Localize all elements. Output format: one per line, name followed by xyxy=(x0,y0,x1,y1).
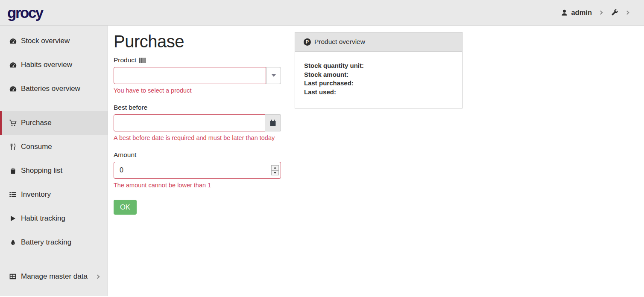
wrench-icon xyxy=(611,9,618,16)
top-navbar: grocy admin xyxy=(0,0,644,26)
last-used-label: Last used: xyxy=(304,88,453,97)
shopping-cart-icon xyxy=(9,119,17,127)
amount-label: Amount xyxy=(114,151,281,159)
user-menu-button[interactable]: admin xyxy=(561,9,605,17)
product-label: Product xyxy=(114,56,281,64)
sidebar-item-label: Shopping list xyxy=(21,166,62,175)
user-menu-label: admin xyxy=(571,9,592,17)
sidebar-item-inventory[interactable]: Inventory xyxy=(0,183,108,207)
chevron-down-icon xyxy=(272,74,276,77)
sidebar-item-label: Battery tracking xyxy=(21,238,71,247)
calendar-icon xyxy=(269,119,277,127)
triangle-down-icon xyxy=(274,172,276,174)
shopping-bag-icon xyxy=(9,167,17,175)
user-icon xyxy=(561,9,568,16)
sidebar-item-habits-overview[interactable]: Habits overview xyxy=(0,53,108,77)
amount-field-group: Amount The amount cannot be lower than 1 xyxy=(114,151,281,189)
table-icon xyxy=(9,273,17,280)
sidebar-item-consume[interactable]: Consume xyxy=(0,135,108,159)
sidebar-item-shopping-list[interactable]: Shopping list xyxy=(0,159,108,183)
last-purchased-label: Last purchased: xyxy=(304,79,453,88)
stock-quantity-unit-label: Stock quantity unit: xyxy=(304,61,453,70)
product-field-group: Product You have to select a product xyxy=(114,56,281,94)
ok-button[interactable]: OK xyxy=(114,200,137,215)
cutlery-icon xyxy=(9,143,17,151)
sidebar-item-label: Stock overview xyxy=(21,37,70,45)
product-hunt-icon xyxy=(304,38,311,46)
best-before-label: Best before xyxy=(114,104,281,111)
best-before-error-message: A best before date is required and must … xyxy=(114,134,281,141)
best-before-field-group: Best before A best before date is requir… xyxy=(114,104,281,141)
sidebar-item-label: Consume xyxy=(21,143,52,151)
calendar-button[interactable] xyxy=(265,114,281,131)
play-icon xyxy=(9,215,17,222)
triangle-up-icon xyxy=(274,167,276,169)
droplet-icon xyxy=(9,239,17,246)
sidebar-item-manage-master-data[interactable]: Manage master data xyxy=(0,265,108,288)
sidebar-item-batteries-overview[interactable]: Batteries overview xyxy=(0,77,108,101)
main-content: Purchase Product You have to select a pr… xyxy=(108,26,644,296)
stock-amount-label: Stock amount: xyxy=(304,70,453,79)
purchase-form: Purchase Product You have to select a pr… xyxy=(114,32,281,215)
user-menu: admin xyxy=(561,9,631,17)
sidebar-item-purchase[interactable]: Purchase xyxy=(0,111,108,135)
product-overview-title: Product overview xyxy=(314,38,365,46)
sidebar-item-label: Inventory xyxy=(21,190,51,199)
sidebar-item-label: Batteries overview xyxy=(21,84,80,93)
product-overview-header: Product overview xyxy=(295,32,462,52)
barcode-icon xyxy=(139,58,146,63)
sidebar-item-label: Manage master data xyxy=(21,272,88,281)
chevron-right-icon xyxy=(96,274,100,279)
sidebar-item-label: Habits overview xyxy=(21,61,72,69)
product-error-message: You have to select a product xyxy=(114,87,281,94)
sidebar-item-label: Habit tracking xyxy=(21,214,65,223)
amount-input[interactable] xyxy=(114,162,281,179)
amount-error-message: The amount cannot be lower than 1 xyxy=(114,182,281,189)
product-input[interactable] xyxy=(114,67,266,84)
sidebar-item-battery-tracking[interactable]: Battery tracking xyxy=(0,230,108,254)
settings-menu-button[interactable] xyxy=(611,9,631,16)
chevron-right-icon xyxy=(625,10,629,15)
sidebar-item-habit-tracking[interactable]: Habit tracking xyxy=(0,207,108,230)
tachometer-icon xyxy=(9,61,17,69)
sidebar-item-stock-overview[interactable]: Stock overview xyxy=(0,29,108,53)
stepper-down-button[interactable] xyxy=(272,170,278,175)
grocy-logo[interactable]: grocy xyxy=(7,5,43,20)
page-title: Purchase xyxy=(114,32,281,51)
product-overview-body: Stock quantity unit: Stock amount: Last … xyxy=(295,52,462,108)
tachometer-icon xyxy=(9,37,17,45)
product-overview-panel: Product overview Stock quantity unit: St… xyxy=(295,32,463,108)
list-icon xyxy=(9,191,17,198)
sidebar: Stock overview Habits overview Batteries… xyxy=(0,26,108,296)
chevron-right-icon xyxy=(599,10,603,15)
amount-stepper[interactable] xyxy=(271,165,279,175)
product-dropdown-button[interactable] xyxy=(266,67,281,84)
tachometer-icon xyxy=(9,85,17,93)
best-before-input[interactable] xyxy=(114,114,265,131)
sidebar-item-label: Purchase xyxy=(21,119,52,127)
stepper-up-button[interactable] xyxy=(272,166,278,170)
